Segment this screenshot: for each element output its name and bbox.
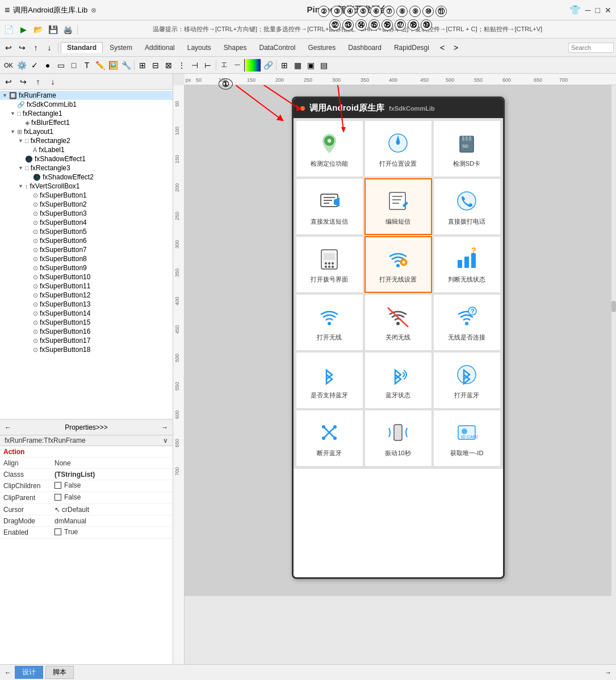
- tree-item-fxSuperButton4[interactable]: ⊙ fxSuperButton4: [0, 218, 173, 227]
- tree-item-fxSuperButton1[interactable]: ⊙ fxSuperButton1: [0, 191, 173, 200]
- align-icon6[interactable]: ⊢: [202, 59, 214, 72]
- image-icon[interactable]: 🖼️: [107, 59, 119, 72]
- tree-item-fxSuperButton14[interactable]: ⊙ fxSuperButton14: [0, 309, 173, 318]
- phone-cell-2[interactable]: SD 检测SD卡: [433, 120, 501, 177]
- open-button[interactable]: 📂: [32, 23, 44, 36]
- align-icon4[interactable]: ⋮: [175, 59, 188, 72]
- tree-item-fxSuperButton13[interactable]: ⊙ fxSuperButton13: [0, 300, 173, 309]
- phone-cell-8[interactable]: ? 判断无线状态: [433, 236, 501, 293]
- prop-value-clipchildren[interactable]: False: [51, 480, 173, 492]
- phone-cell-17[interactable]: ID CARD 获取唯一-ID: [433, 410, 501, 467]
- rect2-icon[interactable]: □: [68, 59, 80, 72]
- prop-value-align[interactable]: None: [51, 458, 173, 468]
- size-icon1[interactable]: 工: [218, 59, 231, 72]
- tree-item-fxSuperButton5[interactable]: ⊙ fxSuperButton5: [0, 227, 173, 236]
- tree-item-fxLayout1[interactable]: ▼ ⊞ fxLayout1: [0, 127, 173, 136]
- tab-next-icon[interactable]: >: [450, 41, 462, 54]
- tree-item-fxSuperButton17[interactable]: ⊙ fxSuperButton17: [0, 336, 173, 345]
- prop-value-cursor[interactable]: ↖crDefault: [51, 505, 173, 515]
- redo-button[interactable]: ↪: [16, 41, 28, 54]
- align-icon3[interactable]: ⊠: [162, 59, 175, 72]
- left-undo-icon[interactable]: ↩: [2, 75, 15, 88]
- grid-icon1[interactable]: ⊞: [278, 59, 291, 72]
- save-button[interactable]: 💾: [47, 23, 59, 36]
- tab-layouts[interactable]: Layouts: [182, 43, 217, 53]
- ok-icon[interactable]: OK: [2, 59, 15, 72]
- tree-arrow-fxLayout1[interactable]: ▼: [10, 129, 17, 135]
- new-file-button[interactable]: 📄: [2, 23, 15, 36]
- tree-item-fxSuperButton12[interactable]: ⊙ fxSuperButton12: [0, 291, 173, 300]
- pen-icon[interactable]: ✏️: [94, 59, 106, 72]
- tab-script[interactable]: 脚本: [45, 666, 74, 679]
- phone-cell-1[interactable]: 打开位置设置: [364, 120, 432, 177]
- tab-standard[interactable]: Standard: [61, 42, 103, 53]
- tree-arrow-fxRunFrame[interactable]: ▼: [2, 93, 9, 98]
- tab-dashboard[interactable]: Dashboard: [342, 43, 387, 53]
- phone-cell-0[interactable]: 检测定位功能: [296, 120, 363, 177]
- align-icon5[interactable]: ⊣: [188, 59, 201, 72]
- tree-item-fxRectangle3[interactable]: ▼ □ fxRectangle3: [0, 163, 173, 173]
- tree-item-fxSuperButton8[interactable]: ⊙ fxSuperButton8: [0, 254, 173, 263]
- tree-item-fxShadowEffect2[interactable]: 🌑 fxShadowEffect2: [0, 173, 173, 182]
- tree-item-fxSuperButton3[interactable]: ⊙ fxSuperButton3: [0, 209, 173, 218]
- tree-item-fxBlurEffect1[interactable]: ◈ fxBlurEffect1: [0, 118, 173, 127]
- tree-arrow-fxRectangle1[interactable]: ▼: [10, 111, 17, 116]
- phone-cell-13[interactable]: 蓝牙状态: [364, 352, 432, 409]
- tab-design[interactable]: 设计: [15, 666, 43, 679]
- tree-item-fxSuperButton9[interactable]: ⊙ fxSuperButton9: [0, 263, 173, 272]
- align-icon2[interactable]: ⊟: [149, 59, 162, 72]
- grid-icon3[interactable]: ▣: [304, 59, 317, 72]
- text-icon[interactable]: T: [81, 59, 93, 72]
- tree-item-fxRectangle2[interactable]: ▼ □ fxRectangle2: [0, 136, 173, 145]
- phone-cell-12[interactable]: 是否支持蓝牙: [296, 352, 363, 409]
- minimize-button[interactable]: ─: [585, 6, 591, 15]
- phone-cell-7[interactable]: 打开无线设置: [364, 236, 432, 293]
- menu-icon[interactable]: ≡: [5, 5, 10, 15]
- up-button[interactable]: ↑: [30, 41, 42, 54]
- tree-item-fxRectangle1[interactable]: ▼ □ fxRectangle1: [0, 109, 173, 118]
- tree-arrow-fxVertScrollBox1[interactable]: ▼: [18, 183, 25, 189]
- tree-item-fxSuperButton16[interactable]: ⊙ fxSuperButton16: [0, 327, 173, 336]
- rect-icon[interactable]: ▭: [55, 59, 67, 72]
- bottom-forward-icon[interactable]: →: [605, 669, 611, 677]
- scrollbar-stub[interactable]: [611, 301, 616, 312]
- close-button[interactable]: ✕: [605, 6, 611, 15]
- tree-item-fxSdkCommLib1[interactable]: 🔗 fxSdkCommLib1: [0, 100, 173, 109]
- tree-item-fxShadowEffect1[interactable]: 🌑 fxShadowEffect1: [0, 154, 173, 163]
- phone-cell-15[interactable]: 断开蓝牙: [296, 410, 363, 467]
- tree-item-fxSuperButton10[interactable]: ⊙ fxSuperButton10: [0, 272, 173, 282]
- align-icon1[interactable]: ⊞: [136, 59, 149, 72]
- down-button[interactable]: ↓: [43, 41, 56, 54]
- color-icon[interactable]: [244, 59, 261, 72]
- phone-cell-14[interactable]: 打开蓝牙: [433, 352, 501, 409]
- tree-item-fxSuperButton18[interactable]: ⊙ fxSuperButton18: [0, 345, 173, 354]
- tree-item-fxSuperButton2[interactable]: ⊙ fxSuperButton2: [0, 200, 173, 209]
- tab-datacontrol[interactable]: DataControl: [253, 43, 301, 53]
- tree-item-fxSuperButton6[interactable]: ⊙ fxSuperButton6: [0, 236, 173, 245]
- prop-value-dragmode[interactable]: dmManual: [51, 516, 173, 526]
- run-button[interactable]: ▶: [17, 23, 30, 36]
- prop-value-clipparent[interactable]: False: [51, 492, 173, 503]
- tree-item-fxLabel1[interactable]: A fxLabel1: [0, 145, 173, 154]
- phone-cell-9[interactable]: 打开无线: [296, 294, 363, 351]
- phone-cell-3[interactable]: 直接发送短信: [296, 178, 363, 235]
- canvas-scroll[interactable]: 调用Android原生库 fxSdkCommLib 检测定位功能 打开位置设置 …: [185, 85, 611, 664]
- left-down-icon[interactable]: ↓: [47, 75, 59, 88]
- tool-icon[interactable]: 🔧: [120, 59, 132, 72]
- connect-icon[interactable]: 🔗: [262, 59, 274, 72]
- grid-icon2[interactable]: ▦: [291, 59, 304, 72]
- search-input[interactable]: [568, 43, 614, 53]
- tab-gestures[interactable]: Gestures: [303, 43, 342, 53]
- phone-cell-11[interactable]: ? 无线是否连接: [433, 294, 501, 351]
- phone-cell-6[interactable]: 打开拨号界面: [296, 236, 363, 293]
- left-redo-icon[interactable]: ↪: [17, 75, 30, 88]
- phone-cell-10[interactable]: 关闭无线: [364, 294, 432, 351]
- tab-shapes[interactable]: Shapes: [218, 43, 253, 53]
- prop-value-action[interactable]: [51, 451, 173, 453]
- phone-cell-5[interactable]: 直接拨打电话: [433, 178, 501, 235]
- tree-item-fxSuperButton11[interactable]: ⊙ fxSuperButton11: [0, 282, 173, 291]
- nav-forward-icon[interactable]: →: [161, 423, 168, 431]
- phone-cell-4[interactable]: 编辑短信: [364, 178, 432, 235]
- publish-button[interactable]: 🖨️: [61, 23, 74, 36]
- close-tab-icon[interactable]: ⊗: [91, 6, 97, 14]
